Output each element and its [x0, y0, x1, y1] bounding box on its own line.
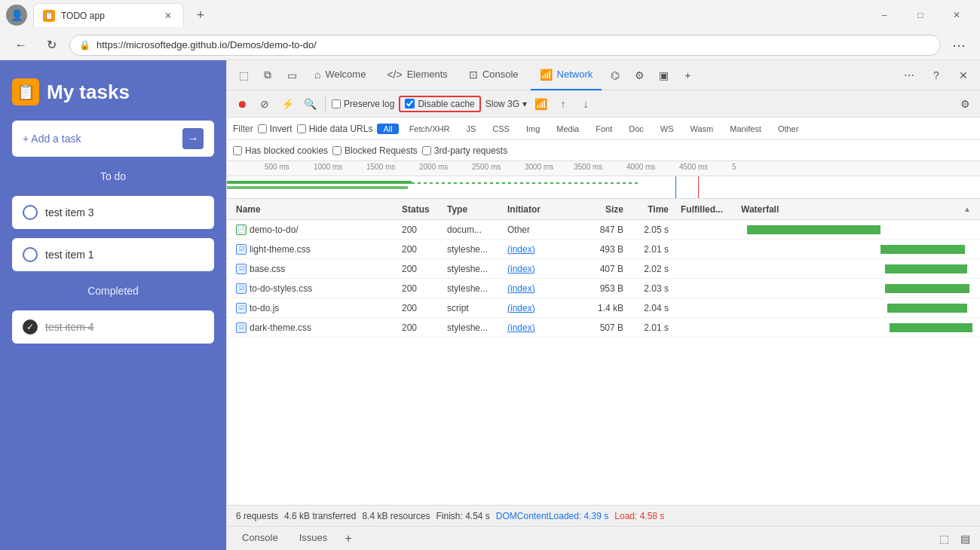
col-fulfilled: Fulfilled... — [675, 204, 735, 215]
waterfall-bar-2 — [880, 245, 965, 254]
performance-icon[interactable]: ⌬ — [605, 65, 626, 86]
initiator-link-3[interactable]: (index) — [507, 264, 535, 274]
record-network-button[interactable]: ⏺ — [233, 95, 251, 113]
waterfall-bar-1 — [747, 225, 880, 234]
table-row[interactable]: ☑ to-do-styles.css 200 styleshe... (inde… — [227, 279, 980, 298]
task-item-test1[interactable]: test item 1 — [12, 238, 214, 271]
settings-icon[interactable]: ⚙ — [629, 65, 650, 86]
file-icon-1: 📄 — [236, 225, 247, 235]
more-options-button[interactable]: ⋯ — [947, 33, 971, 57]
network-settings-button[interactable]: ⚙ — [956, 95, 974, 113]
third-party-chip[interactable]: 3rd-party requests — [422, 145, 507, 156]
initiator-link-5[interactable]: (index) — [507, 303, 535, 313]
table-row[interactable]: ☑ dark-theme.css 200 styleshe... (index)… — [227, 318, 980, 338]
has-blocked-cookies-checkbox[interactable] — [233, 146, 242, 155]
filter-type-fetchxhr[interactable]: Fetch/XHR — [403, 124, 456, 134]
new-tab-button[interactable]: + — [190, 5, 211, 26]
bottom-tab-console[interactable]: Console — [233, 527, 287, 551]
todo-title: My tasks — [47, 81, 130, 104]
add-panel-button[interactable]: + — [677, 65, 698, 86]
minimize-button[interactable]: – — [867, 3, 902, 27]
close-devtools-button[interactable]: ✕ — [953, 65, 974, 86]
filename-5: to-do.js — [250, 303, 279, 313]
more-tools-button[interactable]: ⋯ — [899, 65, 920, 86]
initiator-link-2[interactable]: (index) — [507, 244, 535, 255]
filter-type-ws[interactable]: WS — [654, 124, 680, 134]
filter-type-other[interactable]: Other — [772, 124, 805, 134]
refresh-button[interactable]: ↻ — [39, 33, 63, 57]
tab-close-button[interactable]: ✕ — [162, 10, 174, 22]
filter-type-doc[interactable]: Doc — [623, 124, 650, 134]
layers-icon[interactable]: ▣ — [653, 65, 674, 86]
request-filter-bar: Has blocked cookies Blocked Requests 3rd… — [227, 140, 980, 161]
tab-elements[interactable]: </> Elements — [378, 60, 456, 90]
filter-type-all[interactable]: All — [377, 124, 398, 134]
table-row[interactable]: ☑ to-do.js 200 script (index) 1.4 kB 2.0… — [227, 298, 980, 318]
resource-size: 8.4 kB resources — [362, 511, 430, 521]
device-emulation-button[interactable]: ⧉ — [257, 65, 278, 86]
task-checkbox-test4[interactable]: ✓ — [23, 319, 38, 335]
initiator-link-6[interactable]: (index) — [507, 322, 535, 333]
dock-icon[interactable]: ▤ — [956, 530, 974, 548]
filter-type-manifest[interactable]: Manifest — [724, 124, 767, 134]
third-party-checkbox[interactable] — [422, 146, 431, 155]
disable-cache-input[interactable] — [405, 99, 415, 108]
maximize-button[interactable]: □ — [903, 3, 938, 27]
address-bar[interactable]: 🔒 https://microsoftedge.github.io/Demos/… — [69, 35, 941, 56]
filter-type-img[interactable]: Img — [520, 124, 546, 134]
filter-toggle-button[interactable]: ⚡ — [278, 95, 296, 113]
task-checkbox-test1[interactable] — [23, 247, 38, 262]
hide-data-urls-checkbox[interactable] — [297, 124, 306, 133]
table-row[interactable]: 📄 demo-to-do/ 200 docum... Other 847 B 2… — [227, 220, 980, 240]
add-task-button[interactable]: + Add a task → — [12, 121, 214, 157]
browser-tab[interactable]: 📋 TODO app ✕ — [33, 3, 184, 27]
user-avatar[interactable]: 👤 — [6, 5, 27, 26]
hide-data-urls-chip[interactable]: Hide data URLs — [297, 124, 373, 134]
network-toolbar: ⏺ ⊘ ⚡ 🔍 Preserve log Disable cache Slow … — [227, 90, 980, 118]
timeline-bar-green-2 — [227, 186, 408, 189]
preserve-log-input[interactable] — [332, 99, 341, 108]
blocked-requests-checkbox[interactable] — [332, 146, 341, 155]
filter-type-js[interactable]: JS — [460, 124, 482, 134]
inspect-element-button[interactable]: ⬚ — [233, 65, 254, 86]
filter-type-font[interactable]: Font — [590, 124, 618, 134]
preserve-log-checkbox[interactable]: Preserve log — [332, 99, 394, 109]
undock-icon[interactable]: ⬚ — [935, 530, 953, 548]
tick-2500: 2500 ms — [472, 163, 501, 171]
bottom-tab-issues[interactable]: Issues — [290, 527, 337, 551]
preserve-log-label: Preserve log — [344, 99, 394, 109]
add-bottom-tab-button[interactable]: + — [339, 530, 357, 548]
close-button[interactable]: ✕ — [939, 3, 974, 27]
task-checkbox-test3[interactable] — [23, 205, 38, 220]
invert-checkbox[interactable] — [258, 124, 267, 133]
table-row[interactable]: ☑ base.css 200 styleshe... (index) 407 B… — [227, 259, 980, 279]
col-name: Name — [230, 204, 396, 215]
filter-type-css[interactable]: CSS — [486, 124, 516, 134]
table-row[interactable]: ☑ light-theme.css 200 styleshe... (index… — [227, 240, 980, 259]
td-initiator-3: (index) — [501, 264, 577, 274]
initiator-link-4[interactable]: (index) — [507, 283, 535, 294]
back-button[interactable]: ← — [9, 33, 33, 57]
invert-filter-chip[interactable]: Invert — [258, 124, 292, 134]
search-network-button[interactable]: 🔍 — [301, 95, 319, 113]
has-blocked-cookies-chip[interactable]: Has blocked cookies — [233, 145, 328, 156]
blocked-requests-chip[interactable]: Blocked Requests — [332, 145, 418, 156]
timeline-bars-area — [227, 176, 980, 199]
tab-welcome[interactable]: ⌂ Welcome — [305, 60, 375, 90]
filter-type-wasm[interactable]: Wasm — [684, 124, 720, 134]
td-waterfall-6 — [735, 318, 977, 337]
throttle-select[interactable]: Slow 3G ▾ — [485, 99, 527, 109]
tab-console[interactable]: ⊡ Console — [460, 60, 528, 90]
tab-network[interactable]: 📶 Network — [531, 60, 602, 90]
task-item-test4[interactable]: ✓ test item 4 — [12, 310, 214, 344]
filter-type-media[interactable]: Media — [550, 124, 585, 134]
console-drawer-button[interactable]: ▭ — [281, 65, 302, 86]
throttle-label: Slow 3G — [485, 99, 519, 109]
devtools-panel: ⬚ ⧉ ▭ ⌂ Welcome </> Elements ⊡ Console 📶 — [226, 60, 980, 550]
timeline-ruler: 500 ms 1000 ms 1500 ms 2000 ms 2500 ms 3… — [227, 161, 980, 176]
disable-cache-checkbox[interactable]: Disable cache — [399, 96, 480, 112]
task-item-test3[interactable]: test item 3 — [12, 196, 214, 229]
help-button[interactable]: ? — [926, 65, 947, 86]
clear-network-button[interactable]: ⊘ — [256, 95, 274, 113]
td-type-6: styleshe... — [441, 322, 501, 333]
